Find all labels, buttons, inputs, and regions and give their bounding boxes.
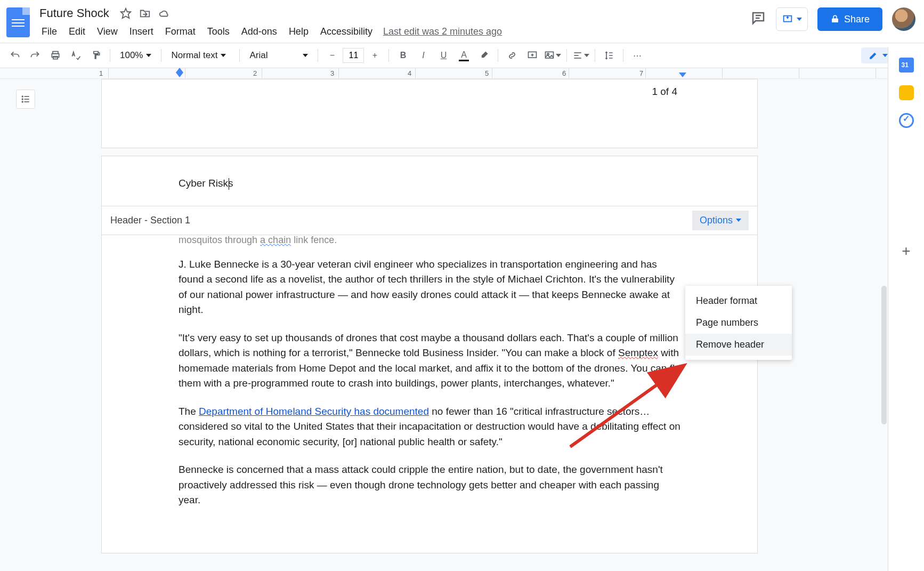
text-cursor bbox=[229, 178, 229, 190]
add-addon-icon[interactable]: + bbox=[902, 243, 910, 260]
font-size-input[interactable] bbox=[343, 48, 364, 63]
move-icon[interactable] bbox=[139, 7, 151, 19]
paragraph: "It's very easy to set up thousands of d… bbox=[179, 331, 680, 391]
menu-help[interactable]: Help bbox=[283, 24, 314, 39]
font-size-decrease[interactable]: − bbox=[322, 46, 342, 65]
tasks-icon[interactable] bbox=[899, 113, 914, 128]
chevron-down-icon bbox=[146, 54, 151, 57]
header-section-label: Header - Section 1 bbox=[110, 215, 190, 226]
chevron-down-icon bbox=[797, 18, 802, 21]
chevron-down-icon bbox=[221, 54, 226, 57]
last-edit-link[interactable]: Last edit was 2 minutes ago bbox=[383, 26, 502, 37]
svg-point-13 bbox=[22, 96, 23, 97]
keep-icon[interactable] bbox=[899, 85, 914, 100]
align-button[interactable] bbox=[571, 46, 590, 65]
header-area[interactable]: Cyber Risks bbox=[102, 156, 757, 206]
document-title[interactable]: Future Shock bbox=[36, 5, 112, 21]
bold-button[interactable]: B bbox=[393, 46, 412, 65]
svg-marker-0 bbox=[121, 9, 131, 18]
account-avatar[interactable] bbox=[892, 7, 915, 31]
menu-edit[interactable]: Edit bbox=[63, 24, 91, 39]
svg-point-17 bbox=[22, 101, 23, 102]
comment-history-icon[interactable] bbox=[750, 10, 766, 28]
more-button[interactable]: ⋯ bbox=[628, 46, 647, 65]
vertical-scrollbar[interactable] bbox=[881, 286, 887, 424]
cloud-status-icon[interactable] bbox=[158, 7, 170, 19]
header-text: Cyber Risks bbox=[179, 178, 233, 189]
menu-view[interactable]: View bbox=[92, 24, 123, 39]
ruler[interactable]: 1 2 3 4 5 6 7 bbox=[0, 68, 924, 79]
header-options-button[interactable]: Options bbox=[692, 211, 749, 230]
spelling-error: Semptex bbox=[618, 347, 658, 358]
underline-button[interactable]: U bbox=[434, 46, 453, 65]
undo-button[interactable] bbox=[5, 46, 25, 65]
calendar-icon[interactable] bbox=[899, 58, 914, 73]
document-canvas[interactable]: 1 of 4 Cyber Risks Header - Section 1 Op… bbox=[0, 79, 888, 571]
present-button[interactable] bbox=[776, 7, 808, 31]
paragraph: Bennecke is concerned that a mass attack… bbox=[179, 462, 680, 508]
add-comment-button[interactable] bbox=[523, 46, 542, 65]
italic-button[interactable]: I bbox=[414, 46, 433, 65]
redo-button[interactable] bbox=[26, 46, 45, 65]
page-number: 1 of 4 bbox=[652, 86, 677, 98]
menu-page-numbers[interactable]: Page numbers bbox=[685, 312, 792, 334]
share-button[interactable]: Share bbox=[817, 7, 882, 31]
insert-image-button[interactable] bbox=[543, 46, 562, 65]
title-bar: Future Shock File Edit View Insert Forma… bbox=[0, 0, 924, 43]
toolbar: 100% Normal text Arial − + B I U A ⋯ bbox=[0, 43, 924, 68]
chevron-down-icon bbox=[882, 54, 888, 57]
text-color-button[interactable]: A bbox=[454, 46, 473, 65]
menu-remove-header[interactable]: Remove header bbox=[685, 334, 792, 356]
menu-accessibility[interactable]: Accessibility bbox=[315, 24, 378, 39]
highlight-color-button[interactable] bbox=[474, 46, 493, 65]
menu-tools[interactable]: Tools bbox=[202, 24, 235, 39]
star-icon[interactable] bbox=[120, 7, 132, 19]
page-previous[interactable]: 1 of 4 bbox=[101, 79, 758, 148]
paragraph: J. Luke Bennecke is a 30-year veteran ci… bbox=[179, 257, 680, 318]
menu-format[interactable]: Format bbox=[160, 24, 201, 39]
paragraph-style-select[interactable]: Normal text bbox=[166, 50, 235, 61]
page-current[interactable]: Cyber Risks Header - Section 1 Options m… bbox=[101, 156, 758, 553]
header-label-bar: Header - Section 1 Options bbox=[102, 206, 757, 235]
insert-link-button[interactable] bbox=[502, 46, 522, 65]
menu-insert[interactable]: Insert bbox=[124, 24, 159, 39]
print-button[interactable] bbox=[46, 46, 65, 65]
document-body[interactable]: mosquitos through a chain link fence. J.… bbox=[102, 233, 757, 553]
right-indent-marker[interactable] bbox=[679, 73, 686, 77]
zoom-select[interactable]: 100% bbox=[115, 50, 157, 61]
docs-home-icon[interactable] bbox=[6, 7, 30, 37]
line-spacing-button[interactable] bbox=[599, 46, 619, 65]
menu-header-format[interactable]: Header format bbox=[685, 290, 792, 312]
menu-bar: File Edit View Insert Format Tools Add-o… bbox=[36, 22, 750, 41]
font-size-increase[interactable]: + bbox=[365, 46, 384, 65]
chevron-down-icon bbox=[736, 219, 741, 222]
paint-format-button[interactable] bbox=[86, 46, 106, 65]
font-select[interactable]: Arial bbox=[244, 50, 313, 61]
paragraph: The Department of Homeland Security has … bbox=[179, 404, 680, 450]
outline-toggle-button[interactable] bbox=[16, 90, 35, 109]
chevron-down-icon bbox=[303, 54, 308, 57]
side-panel: + bbox=[888, 47, 924, 571]
menu-addons[interactable]: Add-ons bbox=[236, 24, 282, 39]
menu-file[interactable]: File bbox=[36, 24, 62, 39]
share-label: Share bbox=[844, 14, 870, 25]
svg-point-15 bbox=[22, 99, 23, 100]
header-options-menu: Header format Page numbers Remove header bbox=[685, 286, 792, 360]
spellcheck-button[interactable] bbox=[66, 46, 85, 65]
body-link[interactable]: Department of Homeland Security has docu… bbox=[199, 406, 429, 417]
